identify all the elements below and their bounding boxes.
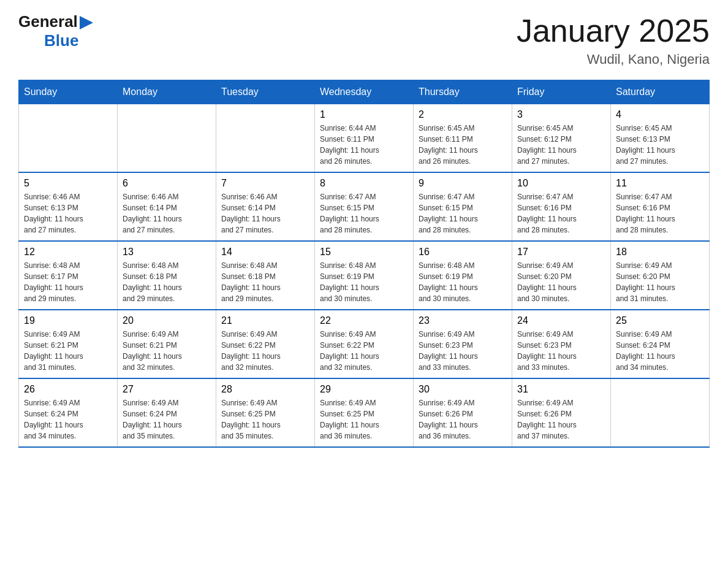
day-info: Sunrise: 6:45 AM Sunset: 6:11 PM Dayligh…: [419, 123, 507, 167]
day-number: 8: [320, 178, 408, 189]
day-number: 17: [517, 247, 605, 258]
day-number: 6: [123, 178, 211, 189]
calendar-table: SundayMondayTuesdayWednesdayThursdayFrid…: [18, 80, 710, 448]
calendar-day-cell: 9Sunrise: 6:47 AM Sunset: 6:15 PM Daylig…: [414, 172, 512, 241]
day-info: Sunrise: 6:48 AM Sunset: 6:18 PM Dayligh…: [123, 260, 211, 304]
day-number: 11: [616, 178, 704, 189]
calendar-day-cell: 22Sunrise: 6:49 AM Sunset: 6:22 PM Dayli…: [315, 310, 414, 378]
calendar-week-row: 1Sunrise: 6:44 AM Sunset: 6:11 PM Daylig…: [19, 104, 710, 173]
calendar-day-cell: 18Sunrise: 6:49 AM Sunset: 6:20 PM Dayli…: [611, 241, 710, 310]
calendar-day-cell: [216, 104, 315, 173]
day-number: 1: [320, 109, 408, 120]
day-info: Sunrise: 6:47 AM Sunset: 6:16 PM Dayligh…: [616, 191, 704, 236]
day-info: Sunrise: 6:48 AM Sunset: 6:18 PM Dayligh…: [221, 260, 309, 304]
day-info: Sunrise: 6:48 AM Sunset: 6:19 PM Dayligh…: [419, 260, 507, 304]
day-of-week-header: Saturday: [611, 80, 710, 104]
calendar-day-cell: 28Sunrise: 6:49 AM Sunset: 6:25 PM Dayli…: [216, 378, 315, 447]
day-number: 7: [221, 178, 309, 189]
calendar-day-cell: 12Sunrise: 6:48 AM Sunset: 6:17 PM Dayli…: [19, 241, 118, 310]
calendar-day-cell: 3Sunrise: 6:45 AM Sunset: 6:12 PM Daylig…: [512, 104, 611, 173]
title-block: January 2025 Wudil, Kano, Nigeria: [517, 12, 710, 67]
day-number: 3: [517, 109, 605, 120]
day-number: 4: [616, 109, 704, 120]
day-info: Sunrise: 6:46 AM Sunset: 6:14 PM Dayligh…: [221, 191, 309, 236]
day-info: Sunrise: 6:49 AM Sunset: 6:21 PM Dayligh…: [123, 329, 211, 373]
logo: General Blue: [18, 12, 93, 50]
day-info: Sunrise: 6:44 AM Sunset: 6:11 PM Dayligh…: [320, 123, 408, 167]
calendar-day-cell: 17Sunrise: 6:49 AM Sunset: 6:20 PM Dayli…: [512, 241, 611, 310]
calendar-day-cell: 25Sunrise: 6:49 AM Sunset: 6:24 PM Dayli…: [611, 310, 710, 378]
day-number: 9: [419, 178, 507, 189]
day-number: 5: [24, 178, 112, 189]
day-of-week-header: Thursday: [414, 80, 512, 104]
calendar-day-cell: 1Sunrise: 6:44 AM Sunset: 6:11 PM Daylig…: [315, 104, 414, 173]
day-number: 21: [221, 315, 309, 326]
day-info: Sunrise: 6:47 AM Sunset: 6:15 PM Dayligh…: [419, 191, 507, 236]
location-title: Wudil, Kano, Nigeria: [517, 52, 710, 67]
day-number: 16: [419, 247, 507, 258]
calendar-day-cell: 31Sunrise: 6:49 AM Sunset: 6:26 PM Dayli…: [512, 378, 611, 447]
calendar-day-cell: 10Sunrise: 6:47 AM Sunset: 6:16 PM Dayli…: [512, 172, 611, 241]
calendar-day-cell: 29Sunrise: 6:49 AM Sunset: 6:25 PM Dayli…: [315, 378, 414, 447]
calendar-day-cell: 6Sunrise: 6:46 AM Sunset: 6:14 PM Daylig…: [118, 172, 216, 241]
day-info: Sunrise: 6:49 AM Sunset: 6:23 PM Dayligh…: [419, 329, 507, 373]
day-number: 10: [517, 178, 605, 189]
calendar-day-cell: 11Sunrise: 6:47 AM Sunset: 6:16 PM Dayli…: [611, 172, 710, 241]
day-of-week-header: Friday: [512, 80, 611, 104]
day-number: 29: [320, 384, 408, 395]
calendar-day-cell: 8Sunrise: 6:47 AM Sunset: 6:15 PM Daylig…: [315, 172, 414, 241]
day-number: 31: [517, 384, 605, 395]
day-info: Sunrise: 6:48 AM Sunset: 6:19 PM Dayligh…: [320, 260, 408, 304]
calendar-day-cell: 24Sunrise: 6:49 AM Sunset: 6:23 PM Dayli…: [512, 310, 611, 378]
calendar-day-cell: 19Sunrise: 6:49 AM Sunset: 6:21 PM Dayli…: [19, 310, 118, 378]
day-number: 13: [123, 247, 211, 258]
calendar-day-cell: 30Sunrise: 6:49 AM Sunset: 6:26 PM Dayli…: [414, 378, 512, 447]
calendar-day-cell: 21Sunrise: 6:49 AM Sunset: 6:22 PM Dayli…: [216, 310, 315, 378]
calendar-day-cell: 14Sunrise: 6:48 AM Sunset: 6:18 PM Dayli…: [216, 241, 315, 310]
calendar-day-cell: 15Sunrise: 6:48 AM Sunset: 6:19 PM Dayli…: [315, 241, 414, 310]
logo-triangle-icon: [80, 16, 93, 29]
day-info: Sunrise: 6:49 AM Sunset: 6:24 PM Dayligh…: [123, 397, 211, 442]
logo-general-text: General: [18, 12, 78, 31]
day-number: 30: [419, 384, 507, 395]
calendar-day-cell: [118, 104, 216, 173]
day-number: 23: [419, 315, 507, 326]
day-info: Sunrise: 6:45 AM Sunset: 6:13 PM Dayligh…: [616, 123, 704, 167]
calendar-day-cell: 2Sunrise: 6:45 AM Sunset: 6:11 PM Daylig…: [414, 104, 512, 173]
day-number: 12: [24, 247, 112, 258]
calendar-header-row: SundayMondayTuesdayWednesdayThursdayFrid…: [19, 80, 710, 104]
day-info: Sunrise: 6:46 AM Sunset: 6:13 PM Dayligh…: [24, 191, 112, 236]
day-info: Sunrise: 6:49 AM Sunset: 6:22 PM Dayligh…: [320, 329, 408, 373]
calendar-day-cell: 20Sunrise: 6:49 AM Sunset: 6:21 PM Dayli…: [118, 310, 216, 378]
day-number: 28: [221, 384, 309, 395]
page-header: General Blue January 2025 Wudil, Kano, N…: [18, 12, 710, 67]
day-number: 27: [123, 384, 211, 395]
day-of-week-header: Wednesday: [315, 80, 414, 104]
day-of-week-header: Sunday: [19, 80, 118, 104]
day-info: Sunrise: 6:48 AM Sunset: 6:17 PM Dayligh…: [24, 260, 112, 304]
day-info: Sunrise: 6:45 AM Sunset: 6:12 PM Dayligh…: [517, 123, 605, 167]
calendar-day-cell: 26Sunrise: 6:49 AM Sunset: 6:24 PM Dayli…: [19, 378, 118, 447]
day-number: 26: [24, 384, 112, 395]
day-info: Sunrise: 6:49 AM Sunset: 6:25 PM Dayligh…: [320, 397, 408, 442]
day-info: Sunrise: 6:47 AM Sunset: 6:15 PM Dayligh…: [320, 191, 408, 236]
day-number: 25: [616, 315, 704, 326]
day-info: Sunrise: 6:49 AM Sunset: 6:23 PM Dayligh…: [517, 329, 605, 373]
calendar-day-cell: 4Sunrise: 6:45 AM Sunset: 6:13 PM Daylig…: [611, 104, 710, 173]
day-number: 14: [221, 247, 309, 258]
calendar-day-cell: [611, 378, 710, 447]
calendar-week-row: 12Sunrise: 6:48 AM Sunset: 6:17 PM Dayli…: [19, 241, 710, 310]
day-info: Sunrise: 6:49 AM Sunset: 6:20 PM Dayligh…: [517, 260, 605, 304]
calendar-day-cell: 23Sunrise: 6:49 AM Sunset: 6:23 PM Dayli…: [414, 310, 512, 378]
day-info: Sunrise: 6:49 AM Sunset: 6:26 PM Dayligh…: [419, 397, 507, 442]
day-info: Sunrise: 6:49 AM Sunset: 6:24 PM Dayligh…: [616, 329, 704, 373]
day-info: Sunrise: 6:49 AM Sunset: 6:22 PM Dayligh…: [221, 329, 309, 373]
calendar-week-row: 5Sunrise: 6:46 AM Sunset: 6:13 PM Daylig…: [19, 172, 710, 241]
day-number: 2: [419, 109, 507, 120]
calendar-day-cell: [19, 104, 118, 173]
day-number: 15: [320, 247, 408, 258]
day-of-week-header: Monday: [118, 80, 216, 104]
calendar-day-cell: 5Sunrise: 6:46 AM Sunset: 6:13 PM Daylig…: [19, 172, 118, 241]
logo-blue-text: Blue: [44, 31, 78, 50]
calendar-day-cell: 16Sunrise: 6:48 AM Sunset: 6:19 PM Dayli…: [414, 241, 512, 310]
